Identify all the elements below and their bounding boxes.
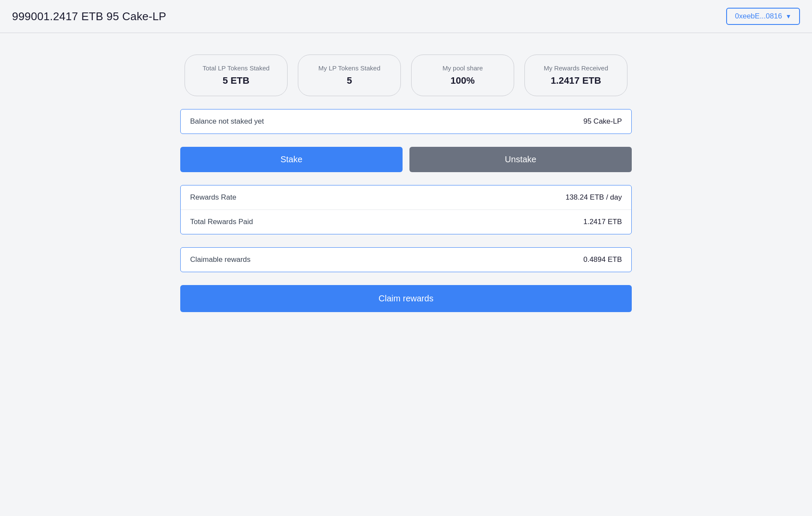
rewards-paid-label: Total Rewards Paid	[190, 218, 253, 226]
wallet-address-label: 0xeebE...0816	[735, 12, 782, 21]
action-buttons: Stake Unstake	[180, 147, 632, 172]
stat-value-total-lp: 5 ETB	[223, 75, 249, 86]
header-balance: 999001.2417 ETB 95 Cake-LP	[12, 10, 166, 23]
stat-value-pool-share: 100%	[451, 75, 475, 86]
main-content: Total LP Tokens Staked 5 ETB My LP Token…	[0, 33, 812, 334]
balance-not-staked-label: Balance not staked yet	[190, 117, 264, 126]
stat-card-my-lp: My LP Tokens Staked 5	[298, 55, 401, 96]
balance-not-staked-box: Balance not staked yet 95 Cake-LP	[180, 109, 632, 134]
rewards-paid-value: 1.2417 ETB	[583, 218, 622, 226]
stat-card-pool-share: My pool share 100%	[411, 55, 514, 96]
stat-label-my-lp: My LP Tokens Staked	[318, 64, 381, 72]
header: 999001.2417 ETB 95 Cake-LP 0xeebE...0816…	[0, 0, 812, 33]
stat-label-rewards-received: My Rewards Received	[544, 64, 608, 72]
claimable-rewards-label: Claimable rewards	[190, 255, 251, 264]
stats-row: Total LP Tokens Staked 5 ETB My LP Token…	[180, 55, 632, 96]
stat-label-total-lp: Total LP Tokens Staked	[203, 64, 270, 72]
claimable-rewards-box: Claimable rewards 0.4894 ETB	[180, 247, 632, 272]
balance-not-staked-value: 95 Cake-LP	[583, 117, 622, 126]
claimable-rewards-value: 0.4894 ETB	[583, 255, 622, 264]
rewards-rate-value: 138.24 ETB / day	[566, 193, 622, 202]
stake-button[interactable]: Stake	[180, 147, 403, 172]
stat-card-rewards-received: My Rewards Received 1.2417 ETB	[524, 55, 627, 96]
rewards-rate-label: Rewards Rate	[190, 193, 236, 202]
rewards-paid-row: Total Rewards Paid 1.2417 ETB	[181, 210, 631, 234]
chevron-down-icon: ▼	[785, 13, 791, 20]
stat-label-pool-share: My pool share	[442, 64, 483, 72]
stat-value-my-lp: 5	[347, 75, 352, 86]
wallet-button[interactable]: 0xeebE...0816 ▼	[726, 8, 800, 25]
stat-card-total-lp: Total LP Tokens Staked 5 ETB	[185, 55, 288, 96]
claim-rewards-button[interactable]: Claim rewards	[180, 285, 632, 312]
stat-value-rewards-received: 1.2417 ETB	[551, 75, 601, 86]
rewards-rate-row: Rewards Rate 138.24 ETB / day	[181, 185, 631, 210]
unstake-button[interactable]: Unstake	[409, 147, 632, 172]
rewards-info-box: Rewards Rate 138.24 ETB / day Total Rewa…	[180, 185, 632, 234]
